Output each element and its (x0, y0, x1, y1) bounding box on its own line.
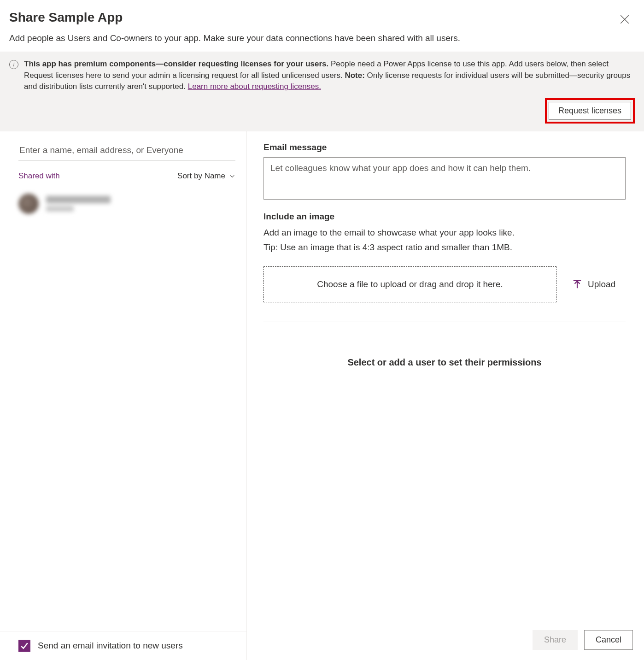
left-scroll[interactable]: Shared with Sort by Name (0, 131, 246, 631)
dialog-subtitle: Add people as Users and Co-owners to you… (0, 30, 644, 52)
avatar (18, 194, 39, 214)
email-invite-footer: Send an email invitation to new users (0, 631, 246, 660)
upload-icon (572, 279, 582, 289)
banner-text: This app has premium components—consider… (24, 59, 635, 93)
close-icon (620, 15, 629, 24)
left-panel: Shared with Sort by Name (0, 131, 247, 660)
sort-by-dropdown[interactable]: Sort by Name (177, 171, 235, 181)
banner-note-label: Note: (345, 71, 364, 80)
include-image-desc-1: Add an image to the email to showcase wh… (263, 226, 626, 240)
upload-button[interactable]: Upload (572, 279, 615, 289)
shared-with-label: Shared with (18, 171, 60, 181)
permissions-prompt: Select or add a user to set their permis… (263, 357, 626, 368)
dropzone-text: Choose a file to upload or drag and drop… (317, 279, 503, 289)
learn-more-link[interactable]: Learn more about requesting licenses. (188, 82, 321, 91)
sort-by-label: Sort by Name (177, 171, 225, 181)
cancel-button[interactable]: Cancel (584, 630, 633, 650)
close-button[interactable] (618, 13, 631, 26)
premium-banner: i This app has premium components—consid… (0, 52, 644, 131)
send-email-checkbox[interactable] (18, 640, 30, 652)
send-email-checkbox-label: Send an email invitation to new users (38, 641, 183, 651)
email-message-input[interactable] (263, 157, 626, 200)
file-dropzone[interactable]: Choose a file to upload or drag and drop… (263, 266, 556, 302)
share-button: Share (533, 630, 578, 650)
user-role-redacted (46, 206, 74, 212)
include-image-label: Include an image (263, 212, 626, 222)
section-divider (263, 322, 626, 322)
user-name-redacted (46, 196, 111, 203)
check-icon (20, 642, 29, 650)
right-panel: Email message Include an image Add an im… (247, 131, 644, 660)
people-search-input[interactable] (18, 141, 235, 160)
banner-bold-lead: This app has premium components—consider… (24, 59, 328, 68)
chevron-down-icon (229, 173, 235, 179)
info-icon: i (9, 60, 18, 69)
include-image-desc-2: Tip: Use an image that is 4:3 aspect rat… (263, 241, 626, 254)
request-licenses-highlight: Request licenses (545, 98, 635, 124)
dialog-title: Share Sample App (9, 10, 635, 25)
user-list-item[interactable] (18, 194, 235, 214)
email-message-label: Email message (263, 142, 626, 153)
request-licenses-button[interactable]: Request licenses (549, 102, 631, 120)
upload-label: Upload (588, 279, 615, 289)
